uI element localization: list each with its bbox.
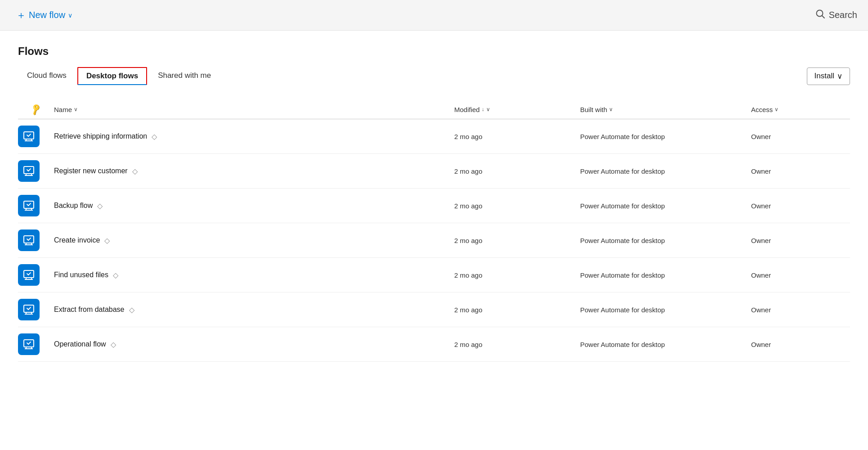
premium-icon: ◇ — [129, 306, 134, 314]
flow-modified: 2 mo ago — [454, 202, 580, 210]
key-icon: 🔑 — [29, 103, 43, 116]
flow-icon-cell — [18, 230, 54, 251]
flow-built-with: Power Automate for desktop — [580, 306, 751, 314]
flow-modified: 2 mo ago — [454, 133, 580, 140]
header-access[interactable]: Access ∨ — [751, 106, 850, 113]
built-with-chevron-icon: ∨ — [609, 106, 613, 112]
flow-name-text: Register new customer — [54, 167, 128, 175]
header-name-label: Name — [54, 106, 72, 113]
flow-icon — [18, 195, 40, 216]
flow-name: Register new customer ◇ — [54, 167, 454, 176]
flow-name-text: Retrieve shipping information — [54, 132, 147, 140]
premium-icon: ◇ — [104, 236, 110, 245]
install-button[interactable]: Install ∨ — [807, 68, 850, 85]
svg-line-31 — [28, 273, 31, 275]
search-icon — [815, 9, 825, 21]
svg-line-1 — [822, 16, 824, 18]
flow-icon — [18, 160, 40, 182]
flow-access: Owner — [751, 306, 850, 314]
new-flow-label: New flow — [29, 10, 65, 20]
plus-icon: ＋ — [16, 9, 26, 22]
tab-shared-with-me[interactable]: Shared with me — [149, 67, 220, 86]
table-row[interactable]: Find unused files ◇ 2 mo ago Power Autom… — [18, 258, 850, 292]
flow-icon — [18, 333, 40, 355]
flow-name-text: Find unused files — [54, 271, 108, 279]
svg-line-7 — [28, 134, 31, 136]
tab-desktop-flows[interactable]: Desktop flows — [77, 67, 147, 85]
flow-access: Owner — [751, 341, 850, 348]
table-header: 🔑 Name ∨ Modified ↓ ∨ Built with ∨ Acces… — [18, 100, 850, 119]
flow-built-with: Power Automate for desktop — [580, 341, 751, 348]
topbar: ＋ New flow ∨ Search — [0, 0, 868, 31]
svg-line-43 — [28, 342, 31, 344]
flow-access: Owner — [751, 202, 850, 210]
access-chevron-icon: ∨ — [774, 106, 779, 112]
flow-built-with: Power Automate for desktop — [580, 271, 751, 279]
header-access-label: Access — [751, 106, 773, 113]
flows-table: 🔑 Name ∨ Modified ↓ ∨ Built with ∨ Acces… — [18, 100, 850, 362]
table-row[interactable]: Backup flow ◇ 2 mo ago Power Automate fo… — [18, 189, 850, 223]
flow-built-with: Power Automate for desktop — [580, 237, 751, 244]
flow-name: Backup flow ◇ — [54, 202, 454, 210]
flow-access: Owner — [751, 167, 850, 175]
flow-icon-cell — [18, 333, 54, 355]
flow-name: Create invoice ◇ — [54, 236, 454, 245]
flow-name: Retrieve shipping information ◇ — [54, 132, 454, 141]
flow-name-text: Backup flow — [54, 202, 93, 210]
new-flow-button[interactable]: ＋ New flow ∨ — [11, 6, 78, 25]
flow-icon-cell — [18, 160, 54, 182]
modified-chevron-icon: ∨ — [486, 106, 490, 112]
table-row[interactable]: Register new customer ◇ 2 mo ago Power A… — [18, 154, 850, 189]
svg-line-19 — [28, 203, 31, 206]
search-area[interactable]: Search — [815, 9, 857, 21]
flow-modified: 2 mo ago — [454, 306, 580, 314]
header-modified-label: Modified — [454, 106, 480, 113]
table-row[interactable]: Operational flow ◇ 2 mo ago Power Automa… — [18, 327, 850, 362]
flow-modified: 2 mo ago — [454, 167, 580, 175]
flow-built-with: Power Automate for desktop — [580, 202, 751, 210]
premium-icon: ◇ — [111, 340, 116, 349]
table-row[interactable]: Extract from database ◇ 2 mo ago Power A… — [18, 292, 850, 327]
table-row[interactable]: Create invoice ◇ 2 mo ago Power Automate… — [18, 223, 850, 258]
topbar-left: ＋ New flow ∨ — [11, 6, 78, 25]
flow-icon-cell — [18, 195, 54, 216]
flow-built-with: Power Automate for desktop — [580, 167, 751, 175]
premium-icon: ◇ — [97, 202, 103, 210]
flow-name: Find unused files ◇ — [54, 271, 454, 279]
flow-icon-cell — [18, 126, 54, 147]
flow-access: Owner — [751, 133, 850, 140]
install-label: Install — [814, 72, 834, 81]
flow-built-with: Power Automate for desktop — [580, 133, 751, 140]
premium-icon: ◇ — [152, 132, 157, 141]
premium-icon: ◇ — [113, 271, 118, 279]
main-content: Flows Cloud flows Desktop flows Shared w… — [0, 31, 868, 450]
page-title: Flows — [18, 45, 850, 58]
name-sort-icon: ∨ — [74, 106, 78, 112]
flow-access: Owner — [751, 271, 850, 279]
flow-access: Owner — [751, 237, 850, 244]
svg-line-13 — [28, 169, 31, 171]
flow-icon-cell — [18, 299, 54, 320]
chevron-down-icon: ∨ — [68, 12, 72, 19]
search-label[interactable]: Search — [829, 10, 857, 20]
flow-modified: 2 mo ago — [454, 341, 580, 348]
tab-cloud-flows[interactable]: Cloud flows — [18, 67, 76, 86]
modified-sort-icon: ↓ — [482, 106, 484, 112]
flow-icon — [18, 126, 40, 147]
flow-name-text: Extract from database — [54, 306, 125, 314]
table-row[interactable]: Retrieve shipping information ◇ 2 mo ago… — [18, 119, 850, 154]
flow-icon-cell — [18, 264, 54, 286]
header-built-with-label: Built with — [580, 106, 607, 113]
header-built-with[interactable]: Built with ∨ — [580, 106, 751, 113]
flow-name: Extract from database ◇ — [54, 306, 454, 314]
tabs-row: Cloud flows Desktop flows Shared with me… — [18, 67, 850, 86]
table-body: Retrieve shipping information ◇ 2 mo ago… — [18, 119, 850, 362]
flow-name-text: Create invoice — [54, 236, 100, 244]
flow-name-text: Operational flow — [54, 340, 106, 348]
svg-line-37 — [28, 307, 31, 310]
header-name[interactable]: Name ∨ — [54, 106, 454, 113]
premium-icon: ◇ — [132, 167, 138, 176]
flow-modified: 2 mo ago — [454, 271, 580, 279]
flow-name: Operational flow ◇ — [54, 340, 454, 349]
header-modified[interactable]: Modified ↓ ∨ — [454, 106, 580, 113]
